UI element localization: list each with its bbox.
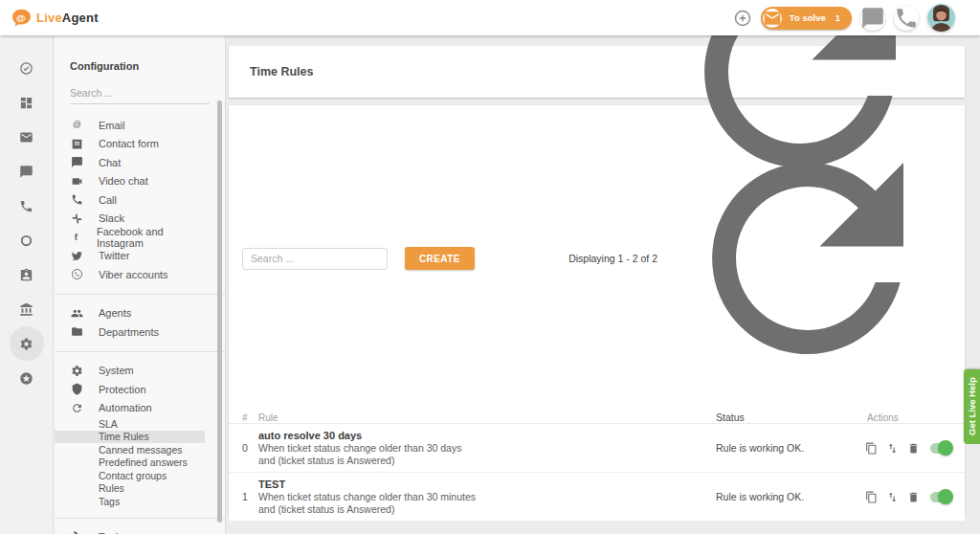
to-solve-button[interactable]: To solve 1 [761,7,852,30]
sidebar-item-canned-messages[interactable]: Canned messages [55,443,205,456]
sidebar-divider [55,518,225,519]
sidebar-item-label: Tags [99,496,120,507]
shield-icon [71,383,99,395]
sidebar-item-twitter[interactable]: Twitter [55,247,205,266]
sidebar-item-label: Agents [99,307,131,319]
import-export-icon[interactable] [886,491,899,503]
sidebar-item-departments[interactable]: Departments [55,323,205,342]
table-header: # Rule Status Actions [229,412,965,424]
import-export-icon[interactable] [886,442,899,455]
sidebar-item-tags[interactable]: Tags [55,495,205,508]
rules-toolbar: CREATE Displaying 1 - 2 of 2 [229,105,965,412]
gear-icon [19,337,33,351]
sidebar-item-label: Canned messages [99,444,183,456]
table-row[interactable]: 1 TEST When ticket status change older t… [229,473,965,522]
ring-icon [19,234,33,248]
table-row[interactable]: 0 auto resolve 30 days When ticket statu… [229,424,965,473]
rail-item-calls[interactable] [10,189,44,223]
sidebar-item-predefined-answers[interactable]: Predefined answers [55,456,205,470]
rule-cell: auto resolve 30 days When ticket status … [258,429,716,467]
at-icon: @ [71,119,99,131]
sidebar-item-sla[interactable]: SLA [55,417,205,431]
sidebar-item-tools[interactable]: Tools [55,528,205,534]
sidebar-item-protection[interactable]: Protection [55,380,205,399]
svg-text:@: @ [73,121,81,130]
sidebar-item-label: Rules [99,482,124,494]
rail-item-chats[interactable] [10,154,44,189]
rule-status: Rule is working OK. [716,442,856,454]
twitter-icon [71,250,99,262]
sidebar-item-call[interactable]: Call [55,190,205,210]
get-live-help-button[interactable]: Get Live Help [964,369,980,444]
folder-icon [71,325,99,338]
phone-icon [71,193,99,206]
rule-description: When ticket status change older than 30 … [258,442,716,467]
sidebar-item-system[interactable]: System [55,362,205,381]
sidebar-item-label: Time Rules [99,431,149,442]
rail-item-tasks[interactable] [10,51,44,85]
sidebar-item-label: Email [99,120,125,131]
page-title: Time Rules [250,65,313,78]
main-content: Time Rules CREATE Displaying 1 - 2 of 2 … [227,35,980,534]
sidebar-search-input[interactable] [70,84,210,104]
add-button[interactable] [733,9,752,28]
svg-text:@: @ [16,12,26,23]
create-button[interactable]: CREATE [405,247,475,270]
sidebar-item-time-rules[interactable]: Time Rules [55,431,205,444]
sidebar-item-rules[interactable]: Rules [55,482,205,496]
paging-refresh-button[interactable] [664,115,951,402]
star-circle-icon [19,371,33,386]
liveagent-logo[interactable]: @ LiveAgent [0,9,99,27]
rail-item-configuration[interactable] [10,326,44,361]
page-header-card: Time Rules [229,46,965,98]
sidebar-item-video-chat[interactable]: Video chat [55,172,205,191]
delete-icon[interactable] [907,442,920,455]
rail-item-addons[interactable] [10,361,44,395]
calls-button[interactable] [894,6,919,31]
envelope-icon [763,9,782,28]
sidebar-item-label: Chat [99,157,121,168]
sidebar-item-automation[interactable]: Automation [55,399,205,418]
sidebar-item-viber-accounts[interactable]: Viber accounts [55,265,205,284]
top-bar: @ LiveAgent To solve 1 [0,0,980,35]
to-solve-count: 1 [835,12,840,23]
viber-icon [71,268,99,280]
rail-item-billing[interactable] [10,292,44,326]
rule-actions [856,442,951,455]
table-body: 0 auto resolve 30 days When ticket statu… [229,424,965,522]
sidebar-item-chat[interactable]: Chat [55,153,205,172]
rule-description: When ticket status change older than 30 … [258,491,716,516]
video-icon [71,175,99,188]
sidebar-item-email[interactable]: @Email [55,116,205,135]
rule-enabled-toggle[interactable] [930,443,951,454]
rail-item-online-status[interactable] [10,223,44,257]
rules-search-input[interactable] [242,248,388,270]
refresh-icon [664,115,951,402]
svg-text:f: f [75,233,78,243]
to-solve-label: To solve [790,12,826,23]
rule-title: auto resolve 30 days [258,429,716,442]
chats-button[interactable] [860,6,885,31]
user-avatar[interactable] [927,4,955,32]
rail-item-tickets[interactable] [10,120,44,154]
sidebar-item-label: Protection [99,384,146,395]
sidebar-item-agents[interactable]: Agents [55,304,205,323]
sidebar-item-label: Viber accounts [99,269,168,280]
rules-card: CREATE Displaying 1 - 2 of 2 # Rule Stat… [229,105,965,515]
copy-icon[interactable] [865,442,878,455]
delete-icon[interactable] [907,491,920,503]
sidebar-item-facebook-and-instagram[interactable]: fFacebook and Instagram [55,228,205,247]
sidebar-item-label: Departments [99,326,159,338]
sidebar-item-contact-groups[interactable]: Contact groups [55,469,205,482]
copy-icon[interactable] [865,491,878,503]
chat-icon [860,6,885,31]
rail-item-customers[interactable] [10,257,44,292]
envelope-badge [763,9,782,28]
rail-item-dashboard[interactable] [10,85,44,120]
slack-icon [71,212,99,225]
mail-icon [19,130,33,145]
sidebar-item-contact-form[interactable]: Contact form [55,135,205,154]
sidebar-scrollbar[interactable] [217,100,222,523]
sidebar-item-label: Contact groups [99,470,167,481]
rule-enabled-toggle[interactable] [930,492,951,502]
